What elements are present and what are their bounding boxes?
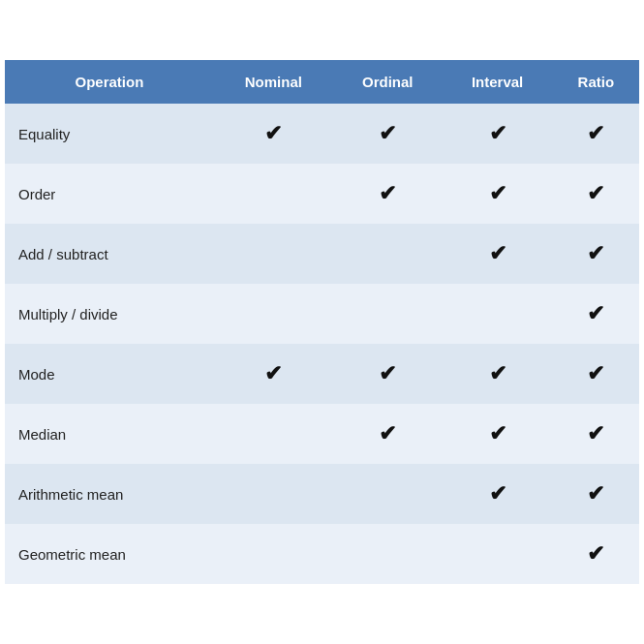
cell-ordinal [333,524,443,584]
cell-ordinal [333,224,443,284]
check-mark: ✔ [379,121,396,146]
cell-interval: ✔ [443,224,553,284]
table-row: Median✔✔✔ [5,404,639,464]
col-operation: Operation [5,60,214,104]
cell-ratio: ✔ [553,164,639,224]
check-mark: ✔ [587,301,604,326]
cell-interval [443,284,553,344]
row-label: Arithmetic mean [5,464,214,524]
cell-interval: ✔ [443,344,553,404]
check-mark: ✔ [587,481,604,506]
cell-ratio: ✔ [553,344,639,404]
cell-nominal [214,284,333,344]
cell-ordinal: ✔ [333,344,443,404]
check-mark: ✔ [379,361,396,386]
check-mark: ✔ [489,241,506,266]
operations-table: Operation Nominal Ordinal Interval Ratio… [5,60,639,584]
col-nominal: Nominal [214,60,333,104]
cell-ordinal [333,464,443,524]
check-mark: ✔ [587,421,604,446]
col-interval: Interval [443,60,553,104]
col-ordinal: Ordinal [333,60,443,104]
row-label: Mode [5,344,214,404]
cell-interval: ✔ [443,464,553,524]
table-container: Operation Nominal Ordinal Interval Ratio… [5,60,639,584]
table-row: Mode✔✔✔✔ [5,344,639,404]
cell-ratio: ✔ [553,524,639,584]
check-mark: ✔ [587,181,604,206]
cell-nominal [214,464,333,524]
header-row: Operation Nominal Ordinal Interval Ratio [5,60,639,104]
cell-ordinal [333,284,443,344]
table-row: Geometric mean✔ [5,524,639,584]
table-row: Multiply / divide✔ [5,284,639,344]
check-mark: ✔ [489,481,506,506]
cell-ordinal: ✔ [333,164,443,224]
row-label: Order [5,164,214,224]
cell-interval: ✔ [443,164,553,224]
cell-ratio: ✔ [553,464,639,524]
cell-ratio: ✔ [553,284,639,344]
cell-nominal [214,404,333,464]
cell-nominal [214,524,333,584]
cell-ratio: ✔ [553,224,639,284]
cell-interval: ✔ [443,404,553,464]
row-label: Add / subtract [5,224,214,284]
row-label: Geometric mean [5,524,214,584]
table-row: Equality✔✔✔✔ [5,104,639,164]
check-mark: ✔ [379,181,396,206]
check-mark: ✔ [264,361,282,386]
row-label: Multiply / divide [5,284,214,344]
check-mark: ✔ [379,421,396,446]
cell-interval: ✔ [443,104,553,164]
cell-interval [443,524,553,584]
cell-ordinal: ✔ [333,104,443,164]
cell-ratio: ✔ [553,404,639,464]
check-mark: ✔ [587,361,604,386]
cell-ordinal: ✔ [333,404,443,464]
check-mark: ✔ [264,121,282,146]
check-mark: ✔ [489,361,506,386]
cell-nominal [214,164,333,224]
cell-nominal [214,224,333,284]
check-mark: ✔ [489,121,506,146]
check-mark: ✔ [587,121,604,146]
table-row: Arithmetic mean✔✔ [5,464,639,524]
check-mark: ✔ [489,421,506,446]
check-mark: ✔ [489,181,506,206]
row-label: Median [5,404,214,464]
cell-nominal: ✔ [214,344,333,404]
check-mark: ✔ [587,541,604,567]
cell-nominal: ✔ [214,104,333,164]
col-ratio: Ratio [553,60,639,104]
row-label: Equality [5,104,214,164]
table-row: Add / subtract✔✔ [5,224,639,284]
check-mark: ✔ [587,241,604,266]
table-row: Order✔✔✔ [5,164,639,224]
cell-ratio: ✔ [553,104,639,164]
